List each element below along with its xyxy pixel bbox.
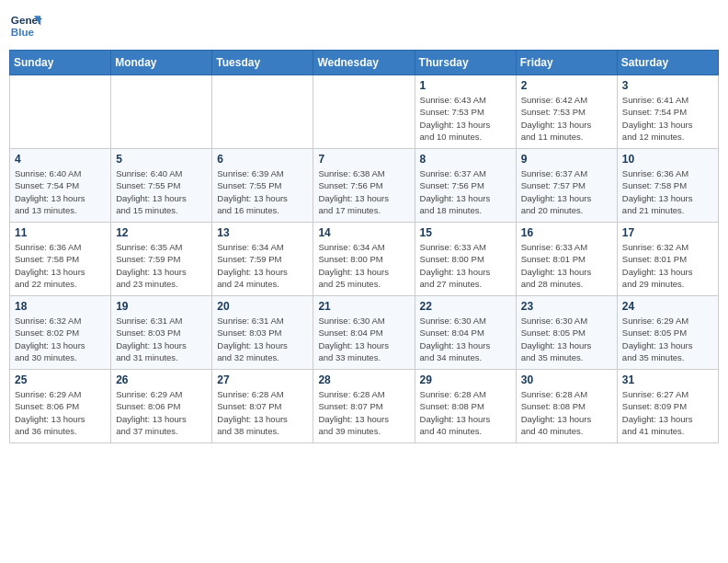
calendar-day-3: 3Sunrise: 6:41 AMSunset: 7:54 PMDaylight… [617,75,718,149]
day-info: Sunrise: 6:42 AMSunset: 7:53 PMDaylight:… [521,94,612,143]
calendar-day-12: 12Sunrise: 6:35 AMSunset: 7:59 PMDayligh… [111,223,212,296]
logo-icon: General Blue [9,9,42,42]
calendar-day-15: 15Sunrise: 6:33 AMSunset: 8:00 PMDayligh… [415,223,516,296]
day-of-week-saturday: Saturday [617,51,718,75]
day-number: 5 [116,153,207,166]
day-number: 11 [15,226,106,239]
day-number: 24 [622,300,713,313]
calendar-day-16: 16Sunrise: 6:33 AMSunset: 8:01 PMDayligh… [516,223,617,296]
day-number: 6 [217,153,308,166]
day-number: 20 [217,300,308,313]
calendar-day-31: 31Sunrise: 6:27 AMSunset: 8:09 PMDayligh… [617,370,718,443]
calendar-day-22: 22Sunrise: 6:30 AMSunset: 8:04 PMDayligh… [415,296,516,370]
calendar-day-24: 24Sunrise: 6:29 AMSunset: 8:05 PMDayligh… [617,296,718,370]
calendar-day-14: 14Sunrise: 6:34 AMSunset: 8:00 PMDayligh… [313,223,415,296]
calendar-day-5: 5Sunrise: 6:40 AMSunset: 7:55 PMDaylight… [111,149,212,223]
day-number: 19 [116,300,207,313]
day-of-week-tuesday: Tuesday [212,51,313,75]
day-number: 31 [622,373,713,386]
day-number: 29 [420,373,511,386]
day-number: 17 [622,226,713,239]
day-of-week-wednesday: Wednesday [313,51,415,75]
day-info: Sunrise: 6:29 AMSunset: 8:06 PMDaylight:… [116,388,207,437]
day-info: Sunrise: 6:33 AMSunset: 8:01 PMDaylight:… [521,241,612,290]
day-number: 16 [521,226,612,239]
day-number: 3 [622,79,713,92]
day-info: Sunrise: 6:34 AMSunset: 8:00 PMDaylight:… [318,241,409,290]
day-info: Sunrise: 6:29 AMSunset: 8:05 PMDaylight:… [622,315,713,363]
day-info: Sunrise: 6:36 AMSunset: 7:58 PMDaylight:… [15,241,106,290]
day-info: Sunrise: 6:43 AMSunset: 7:53 PMDaylight:… [420,94,511,143]
calendar-day-26: 26Sunrise: 6:29 AMSunset: 8:06 PMDayligh… [111,370,212,443]
calendar-day-10: 10Sunrise: 6:36 AMSunset: 7:58 PMDayligh… [617,149,718,223]
calendar-header-row: SundayMondayTuesdayWednesdayThursdayFrid… [10,51,719,75]
calendar-week-row: 4Sunrise: 6:40 AMSunset: 7:54 PMDaylight… [10,149,719,223]
day-number: 28 [318,373,409,386]
day-number: 2 [521,79,612,92]
page-header: General Blue [9,9,719,42]
calendar-day-25: 25Sunrise: 6:29 AMSunset: 8:06 PMDayligh… [10,370,111,443]
calendar-week-row: 1Sunrise: 6:43 AMSunset: 7:53 PMDaylight… [10,75,719,149]
day-info: Sunrise: 6:41 AMSunset: 7:54 PMDaylight:… [622,94,713,143]
calendar-week-row: 25Sunrise: 6:29 AMSunset: 8:06 PMDayligh… [10,370,719,443]
day-of-week-sunday: Sunday [10,51,111,75]
day-number: 27 [217,373,308,386]
calendar-day-9: 9Sunrise: 6:37 AMSunset: 7:57 PMDaylight… [516,149,617,223]
day-of-week-friday: Friday [516,51,617,75]
day-info: Sunrise: 6:33 AMSunset: 8:00 PMDaylight:… [420,241,511,290]
day-number: 13 [217,226,308,239]
calendar-day-6: 6Sunrise: 6:39 AMSunset: 7:55 PMDaylight… [212,149,313,223]
calendar-day-17: 17Sunrise: 6:32 AMSunset: 8:01 PMDayligh… [617,223,718,296]
day-info: Sunrise: 6:37 AMSunset: 7:56 PMDaylight:… [420,167,511,216]
day-info: Sunrise: 6:32 AMSunset: 8:02 PMDaylight:… [15,315,106,363]
day-number: 25 [15,373,106,386]
day-info: Sunrise: 6:28 AMSunset: 8:07 PMDaylight:… [318,388,409,437]
empty-day [111,75,212,149]
calendar-day-19: 19Sunrise: 6:31 AMSunset: 8:03 PMDayligh… [111,296,212,370]
day-number: 10 [622,153,713,166]
empty-day [313,75,415,149]
day-info: Sunrise: 6:30 AMSunset: 8:04 PMDaylight:… [420,315,511,363]
day-info: Sunrise: 6:35 AMSunset: 7:59 PMDaylight:… [116,241,207,290]
calendar-body: 1Sunrise: 6:43 AMSunset: 7:53 PMDaylight… [10,75,719,443]
day-number: 15 [420,226,511,239]
day-info: Sunrise: 6:38 AMSunset: 7:56 PMDaylight:… [318,167,409,216]
empty-day [10,75,111,149]
day-number: 12 [116,226,207,239]
day-info: Sunrise: 6:37 AMSunset: 7:57 PMDaylight:… [521,167,612,216]
day-number: 8 [420,153,511,166]
day-info: Sunrise: 6:28 AMSunset: 8:08 PMDaylight:… [420,388,511,437]
calendar-table: SundayMondayTuesdayWednesdayThursdayFrid… [9,50,719,443]
day-info: Sunrise: 6:36 AMSunset: 7:58 PMDaylight:… [622,167,713,216]
calendar-day-13: 13Sunrise: 6:34 AMSunset: 7:59 PMDayligh… [212,223,313,296]
day-info: Sunrise: 6:31 AMSunset: 8:03 PMDaylight:… [217,315,308,363]
day-number: 23 [521,300,612,313]
calendar-day-20: 20Sunrise: 6:31 AMSunset: 8:03 PMDayligh… [212,296,313,370]
day-info: Sunrise: 6:29 AMSunset: 8:06 PMDaylight:… [15,388,106,437]
calendar-day-18: 18Sunrise: 6:32 AMSunset: 8:02 PMDayligh… [10,296,111,370]
day-info: Sunrise: 6:30 AMSunset: 8:04 PMDaylight:… [318,315,409,363]
empty-day [212,75,313,149]
day-number: 7 [318,153,409,166]
day-number: 9 [521,153,612,166]
calendar-day-27: 27Sunrise: 6:28 AMSunset: 8:07 PMDayligh… [212,370,313,443]
day-number: 26 [116,373,207,386]
logo: General Blue [9,9,42,42]
calendar-day-29: 29Sunrise: 6:28 AMSunset: 8:08 PMDayligh… [415,370,516,443]
calendar-week-row: 11Sunrise: 6:36 AMSunset: 7:58 PMDayligh… [10,223,719,296]
calendar-day-8: 8Sunrise: 6:37 AMSunset: 7:56 PMDaylight… [415,149,516,223]
day-number: 21 [318,300,409,313]
calendar-day-4: 4Sunrise: 6:40 AMSunset: 7:54 PMDaylight… [10,149,111,223]
day-number: 22 [420,300,511,313]
day-info: Sunrise: 6:27 AMSunset: 8:09 PMDaylight:… [622,388,713,437]
calendar-day-28: 28Sunrise: 6:28 AMSunset: 8:07 PMDayligh… [313,370,415,443]
calendar-day-30: 30Sunrise: 6:28 AMSunset: 8:08 PMDayligh… [516,370,617,443]
day-info: Sunrise: 6:40 AMSunset: 7:55 PMDaylight:… [116,167,207,216]
calendar-week-row: 18Sunrise: 6:32 AMSunset: 8:02 PMDayligh… [10,296,719,370]
day-info: Sunrise: 6:32 AMSunset: 8:01 PMDaylight:… [622,241,713,290]
calendar-day-23: 23Sunrise: 6:30 AMSunset: 8:05 PMDayligh… [516,296,617,370]
day-number: 1 [420,79,511,92]
calendar-day-21: 21Sunrise: 6:30 AMSunset: 8:04 PMDayligh… [313,296,415,370]
day-info: Sunrise: 6:28 AMSunset: 8:08 PMDaylight:… [521,388,612,437]
calendar-day-7: 7Sunrise: 6:38 AMSunset: 7:56 PMDaylight… [313,149,415,223]
